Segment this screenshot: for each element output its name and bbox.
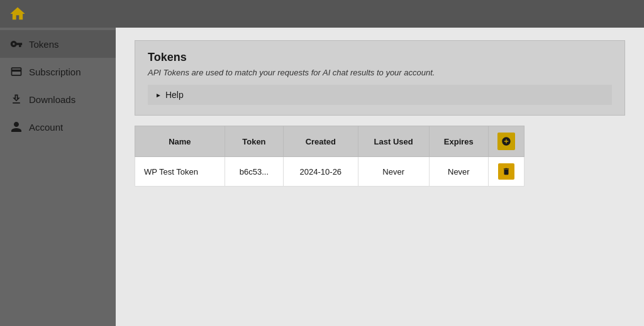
delete-token-button[interactable] [498, 163, 514, 180]
download-icon [10, 93, 23, 106]
col-last-used: Last Used [358, 126, 429, 157]
table-header-row: Name Token Created Last Used Expires [135, 126, 525, 157]
cell-token: b6c53... [225, 157, 283, 187]
page-title: Tokens [148, 51, 612, 64]
content-area: Tokens API Tokens are used to match your… [116, 28, 644, 326]
home-icon[interactable] [9, 5, 26, 23]
sidebar-item-account[interactable]: Account [0, 113, 116, 141]
card-icon [10, 65, 23, 78]
col-created: Created [284, 126, 358, 157]
col-add [489, 126, 525, 157]
sidebar-item-subscription-label: Subscription [29, 67, 81, 77]
col-token: Token [225, 126, 283, 157]
cell-last-used: Never [358, 157, 429, 187]
tokens-table: Name Token Created Last Used Expires [135, 126, 525, 187]
cell-expires: Never [429, 157, 488, 187]
sidebar-item-tokens-label: Tokens [29, 39, 59, 50]
help-label: Help [165, 90, 184, 100]
add-token-button[interactable] [497, 133, 515, 150]
tokens-panel: Tokens API Tokens are used to match your… [135, 40, 625, 116]
sidebar-item-subscription[interactable]: Subscription [0, 58, 116, 85]
table-row: WP Test Token b6c53... 2024-10-26 Never … [135, 157, 525, 187]
sidebar-item-account-label: Account [29, 122, 63, 133]
sidebar-item-tokens[interactable]: Tokens [0, 30, 116, 58]
sidebar-item-downloads-label: Downloads [29, 94, 75, 105]
col-name: Name [135, 126, 225, 157]
main-layout: Tokens Subscription Downloads [0, 28, 644, 326]
cell-created: 2024-10-26 [284, 157, 358, 187]
col-expires: Expires [429, 126, 488, 157]
sidebar: Tokens Subscription Downloads [0, 28, 116, 326]
page-subtitle: API Tokens are used to match your reques… [148, 68, 612, 77]
key-icon [10, 38, 23, 50]
triangle-icon: ► [155, 92, 162, 99]
top-bar [0, 0, 644, 28]
help-section[interactable]: ► Help [148, 85, 612, 105]
cell-name: WP Test Token [135, 157, 225, 187]
cell-delete [489, 157, 525, 187]
sidebar-item-downloads[interactable]: Downloads [0, 85, 116, 113]
person-icon [10, 121, 23, 133]
